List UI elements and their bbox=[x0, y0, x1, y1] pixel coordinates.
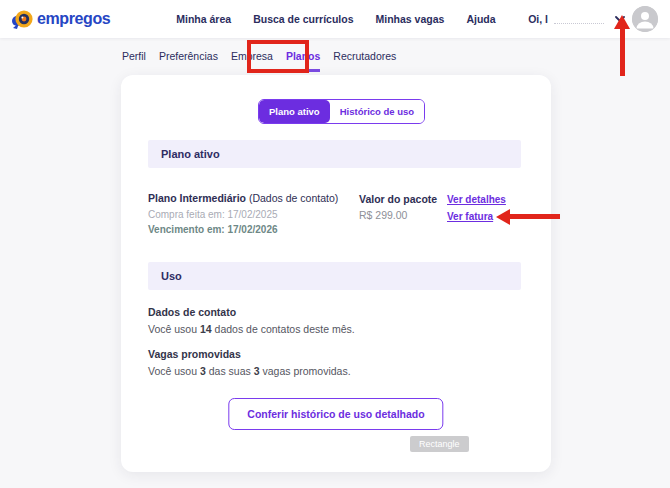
empregos-logo[interactable]: empregos bbox=[12, 9, 110, 30]
plans-card: Plano ativo Histórico de uso Plano ativo… bbox=[121, 75, 551, 472]
usage-jobs-text: Você usou 3 das suas 3 vagas promovidas. bbox=[148, 365, 351, 377]
annotation-arrow-left-head bbox=[496, 209, 510, 225]
nav-minhas-vagas[interactable]: Minhas vagas bbox=[376, 13, 445, 25]
usage-contacts-suffix: dados de contatos deste mês. bbox=[212, 323, 355, 335]
plan-name: Plano Intermediário (Dados de contato) bbox=[148, 191, 353, 205]
plano-ativo-section-header: Plano ativo bbox=[148, 140, 521, 168]
purchase-date: Compra feita em: 17/02/2025 bbox=[148, 209, 353, 220]
user-menu[interactable]: Oi, l bbox=[528, 6, 658, 32]
empregos-eye-icon bbox=[12, 9, 33, 30]
top-navbar: empregos Minha área Busca de currículos … bbox=[0, 0, 670, 38]
annotation-arrow-left-shaft bbox=[509, 214, 560, 219]
expiry-date: Vencimento em: 17/02/2026 bbox=[148, 224, 353, 235]
annotation-arrow-up-head bbox=[614, 15, 630, 29]
usage-jobs: Vagas promovidas Você usou 3 das suas 3 … bbox=[148, 348, 351, 377]
usage-jobs-middle: das suas bbox=[206, 365, 254, 377]
usage-history-button[interactable]: Conferir histórico de uso detalhado bbox=[228, 398, 443, 430]
package-price: Valor do pacote R$ 299.00 bbox=[359, 193, 444, 221]
main-nav: Minha área Busca de currículos Minhas va… bbox=[176, 13, 495, 25]
tab-planos[interactable]: Planos bbox=[286, 50, 320, 72]
user-greeting: Oi, l bbox=[528, 13, 548, 25]
redacted-username bbox=[554, 14, 604, 24]
usage-contacts-prefix: Você usou bbox=[148, 323, 200, 335]
tab-preferencias[interactable]: Preferências bbox=[159, 50, 218, 72]
usage-contacts: Dados de contato Você usou 14 dados de c… bbox=[148, 306, 355, 335]
uso-section-header: Uso bbox=[148, 262, 521, 290]
nav-minha-area[interactable]: Minha área bbox=[176, 13, 231, 25]
usage-contacts-text: Você usou 14 dados de contatos deste mês… bbox=[148, 323, 355, 335]
plan-details: Plano Intermediário (Dados de contato) C… bbox=[148, 191, 353, 235]
user-avatar-icon[interactable] bbox=[632, 6, 658, 32]
usage-jobs-suffix: vagas promovidas. bbox=[260, 365, 351, 377]
tab-empresa[interactable]: Empresa bbox=[231, 50, 273, 72]
logo-text: empregos bbox=[37, 10, 110, 28]
ver-detalhes-link[interactable]: Ver detalhes bbox=[447, 194, 506, 205]
plan-name-bold: Plano Intermediário bbox=[148, 192, 246, 204]
nav-ajuda[interactable]: Ajuda bbox=[466, 13, 495, 25]
plan-view-toggle: Plano ativo Histórico de uso bbox=[258, 99, 425, 124]
settings-tabs: Perfil Preferências Empresa Planos Recru… bbox=[122, 50, 396, 72]
toggle-plano-ativo[interactable]: Plano ativo bbox=[259, 100, 330, 123]
nav-busca-curriculos[interactable]: Busca de currículos bbox=[253, 13, 353, 25]
toggle-historico-uso[interactable]: Histórico de uso bbox=[330, 100, 424, 123]
price-value: R$ 299.00 bbox=[359, 209, 444, 221]
tab-recrutadores[interactable]: Recrutadores bbox=[333, 50, 396, 72]
plan-name-note: (Dados de contato) bbox=[246, 192, 338, 204]
usage-jobs-prefix: Você usou bbox=[148, 365, 200, 377]
price-label: Valor do pacote bbox=[359, 193, 444, 205]
usage-contacts-count: 14 bbox=[200, 323, 212, 335]
annotation-arrow-up-shaft bbox=[620, 28, 625, 76]
usage-jobs-title: Vagas promovidas bbox=[148, 348, 351, 360]
usage-contacts-title: Dados de contato bbox=[148, 306, 355, 318]
rectangle-annotation-badge: Rectangle bbox=[410, 436, 469, 452]
tab-perfil[interactable]: Perfil bbox=[122, 50, 146, 72]
uso-section-title: Uso bbox=[161, 270, 182, 282]
plano-ativo-section-title: Plano ativo bbox=[161, 148, 220, 160]
